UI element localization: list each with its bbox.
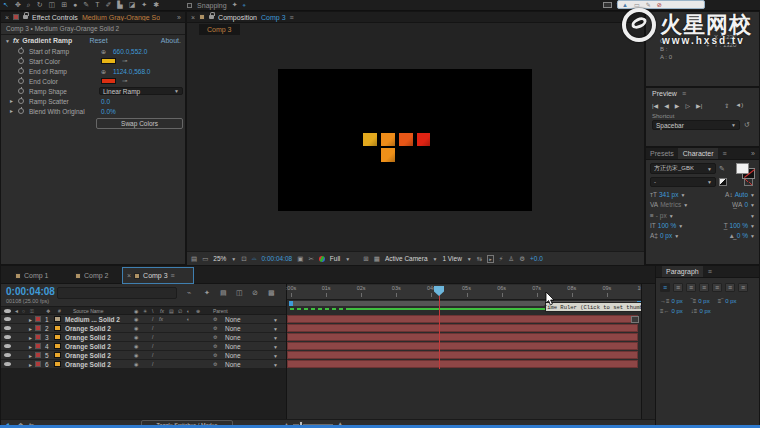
baseline-shift-value[interactable]: 0 px (660, 232, 672, 239)
shy-icon[interactable]: ◉ (134, 325, 138, 331)
stopwatch-icon[interactable] (18, 88, 24, 94)
work-area-start-handle[interactable] (289, 301, 293, 306)
parent-pickwhip-icon[interactable]: ⚙ (213, 352, 217, 358)
justify-last-right-button[interactable]: ≡ (725, 283, 735, 292)
preview-title[interactable]: Preview (652, 90, 677, 97)
label-color-chip[interactable] (35, 352, 41, 358)
horizontal-scale-value[interactable]: 100 % (730, 222, 748, 229)
comp-canvas[interactable] (278, 69, 532, 211)
fx-icon[interactable]: fx (159, 316, 163, 322)
stopwatch-icon[interactable] (18, 68, 24, 74)
twirl-right-icon[interactable]: ► (28, 326, 33, 332)
eye-icon[interactable] (4, 344, 11, 348)
timeline-tab-comp-3[interactable]: ×Comp 3≡ (123, 268, 193, 283)
eye-icon[interactable] (4, 317, 11, 321)
layer-duration-bar[interactable] (287, 351, 638, 359)
magnification-dropdown-icon[interactable]: ▼ (231, 256, 236, 262)
effect-about-link[interactable]: About. (161, 37, 181, 44)
layer-name[interactable]: Orange Solid 2 (65, 352, 111, 359)
twirl-right-icon[interactable]: ► (28, 353, 33, 359)
motion-blur-enable-icon[interactable]: ⊘ (252, 289, 258, 297)
kerning-dropdown-icon[interactable]: ▼ (683, 202, 688, 208)
play-icon[interactable]: ▶ (675, 102, 680, 109)
eyedropper-icon[interactable]: ⊸ (122, 57, 127, 65)
paragraph-title[interactable]: Paragraph (662, 266, 703, 277)
panel-menu-icon[interactable]: ≡ (708, 268, 712, 275)
timeline-vscrollbar[interactable] (641, 284, 656, 419)
align-center-button[interactable]: ≡ (673, 283, 683, 292)
exposure-value[interactable]: +0.0 (530, 255, 543, 262)
quality-icon[interactable]: / (152, 343, 153, 349)
zoom-tool-icon[interactable]: ⌕ (27, 1, 31, 9)
indent-value[interactable]: 0 px (672, 308, 683, 314)
eye-icon[interactable] (4, 326, 11, 330)
tracking-dropdown-icon[interactable]: ▼ (750, 202, 755, 208)
timeline-tab-comp-2[interactable]: Comp 2 (71, 268, 121, 283)
shy-icon[interactable]: ◉ (134, 343, 138, 349)
source-name-column[interactable]: Source Name (73, 308, 104, 314)
space-after-field[interactable]: ↓≡0 px (691, 308, 711, 314)
panel-menu-icon[interactable]: ≡ (682, 90, 686, 97)
shape-tool-icon[interactable]: ● (73, 1, 77, 9)
parent-dropdown-icon[interactable]: ▼ (273, 362, 278, 368)
quality-icon[interactable]: / (152, 316, 153, 322)
next-frame-icon[interactable]: ▷ (685, 102, 690, 109)
effect-property-row[interactable]: ►Blend With Original0.0% (1, 106, 185, 116)
twirl-right-icon[interactable]: ► (28, 317, 33, 323)
shortcut-dropdown[interactable]: Spacebar▼ (652, 120, 740, 130)
swap-colors-button[interactable]: Swap Colors (96, 118, 183, 129)
font-family-dropdown[interactable]: 方正仿宋_GBK▼ (650, 163, 716, 174)
twirl-right-icon[interactable]: ► (28, 344, 33, 350)
viewer-tab-comp3[interactable]: Comp 3 (199, 24, 240, 35)
eye-icon[interactable] (4, 335, 11, 339)
timeline-tab-comp-1[interactable]: Comp 1 (11, 268, 69, 283)
parent-column[interactable]: Parent (213, 308, 228, 314)
parent-dropdown-icon[interactable]: ▼ (273, 326, 278, 332)
parent-pickwhip-icon[interactable]: ⚙ (213, 361, 217, 367)
tsume-value[interactable]: 0 % (737, 232, 748, 239)
tab-composition[interactable]: Composition (218, 14, 257, 21)
font-size-dropdown-icon[interactable]: ▼ (680, 192, 685, 198)
audio-mute-icon[interactable]: ◄) (735, 102, 743, 108)
parent-dropdown-icon[interactable]: ▼ (273, 344, 278, 350)
snapping-options-icon[interactable]: ✦ (232, 1, 238, 9)
layer-name[interactable]: Orange Solid 2 (65, 343, 111, 350)
color-swatch[interactable] (101, 58, 116, 64)
justify-last-left-button[interactable]: ≡ (699, 283, 709, 292)
twirl-right-icon[interactable]: ► (9, 108, 14, 114)
grid-options-icon[interactable]: ▦ (374, 255, 380, 263)
quality-icon[interactable]: / (152, 334, 153, 340)
frame-blend-enable-icon[interactable]: ◫ (236, 289, 243, 297)
adjustment-icon[interactable]: ◐ (187, 316, 190, 322)
quality-icon[interactable]: / (152, 352, 153, 358)
stopwatch-icon[interactable] (18, 58, 24, 64)
safe-margins-icon[interactable]: ⌓ (252, 255, 257, 262)
layer-row[interactable]: ►6Orange Solid 2◉/⚙None▼ (1, 360, 286, 369)
quality-icon[interactable]: / (152, 325, 153, 331)
close-icon[interactable]: × (127, 272, 131, 279)
layer-row[interactable]: ►4Orange Solid 2◉/⚙None▼ (1, 342, 286, 351)
tab-character[interactable]: Character (678, 148, 719, 159)
layer-name[interactable]: Orange Solid 2 (65, 325, 111, 332)
stopwatch-icon[interactable] (18, 108, 24, 114)
twirl-right-icon[interactable]: ► (9, 98, 14, 104)
parent-value[interactable]: None (225, 352, 241, 359)
justify-last-center-button[interactable]: ≡ (712, 283, 722, 292)
eyedropper-icon[interactable]: ⊸ (122, 77, 127, 85)
property-value[interactable]: 0.0 (101, 98, 110, 105)
parent-dropdown-icon[interactable]: ▼ (273, 317, 278, 323)
hscale-dropdown-icon[interactable]: ▼ (750, 223, 755, 229)
effect-reset-link[interactable]: Reset (89, 37, 107, 44)
font-style-dropdown[interactable]: -▼ (650, 177, 716, 187)
stroke-width-dropdown-icon[interactable]: ▼ (669, 213, 674, 219)
panel-menu-icon[interactable]: ≡ (171, 272, 175, 279)
hide-shy-icon[interactable]: ▤ (220, 289, 227, 297)
shy-icon[interactable]: ◉ (134, 352, 138, 358)
clone-stamp-tool-icon[interactable]: ▙ (117, 1, 122, 9)
fill-color-swatch[interactable] (736, 163, 749, 174)
flowchart-icon[interactable]: ⚙ (519, 255, 525, 263)
eraser-tool-icon[interactable]: ◪ (129, 1, 136, 9)
view-layout-value[interactable]: 1 View (442, 255, 461, 262)
justify-all-button[interactable]: ≡ (738, 283, 748, 292)
layer-name[interactable]: Orange Solid 2 (65, 361, 111, 368)
